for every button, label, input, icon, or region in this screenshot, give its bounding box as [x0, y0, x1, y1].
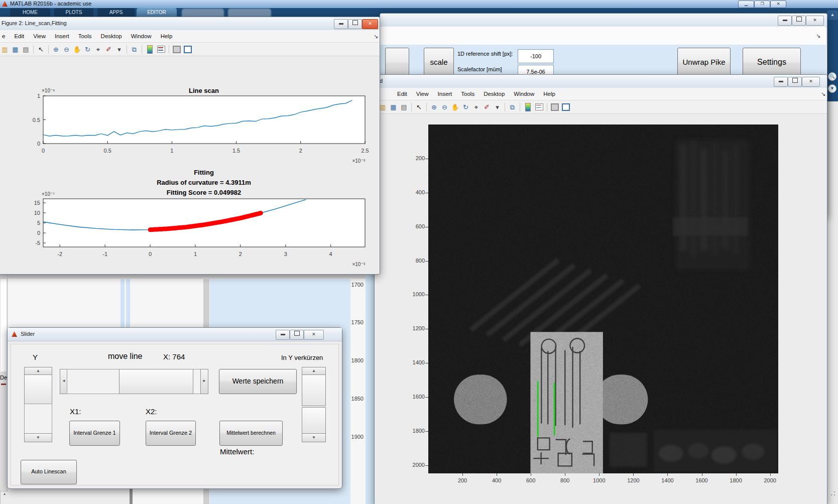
menu-item-desktop[interactable]: Desktop [479, 91, 509, 97]
menu-item-insert[interactable]: Insert [433, 91, 457, 97]
auto-linescan-button[interactable]: Auto Linescan [21, 460, 77, 484]
pointer-icon[interactable]: ↖ [414, 102, 424, 112]
link-plots-icon[interactable]: ⧉ [130, 45, 139, 54]
y-slider-down-arrow[interactable]: ▼ [24, 433, 52, 442]
brush-icon[interactable]: ✐ [104, 45, 113, 54]
print-icon[interactable]: ▤ [399, 102, 409, 112]
zoom-in-icon[interactable]: ⊕ [429, 102, 439, 112]
settings-button[interactable]: Settings [743, 48, 801, 78]
link-plots-icon[interactable]: ⧉ [508, 102, 517, 112]
menu-item-desktop[interactable]: Desktop [96, 33, 127, 39]
ribbon-tab-editor[interactable]: EDITOR [137, 8, 177, 17]
ribbon-tab-apps[interactable]: APPS [97, 8, 135, 17]
shorten-slider-bottom-thumb[interactable] [302, 407, 326, 434]
y-slider-thumb[interactable] [24, 374, 52, 405]
restore-button[interactable] [348, 19, 362, 29]
save-icon[interactable]: ▦ [389, 102, 398, 112]
legend-icon[interactable] [157, 46, 165, 53]
shorten-slider-top-thumb[interactable] [302, 374, 326, 406]
interval-limit2-button[interactable]: Interval Grenze 2 [146, 421, 196, 446]
undock-figure-icon[interactable] [562, 103, 570, 111]
menu-item-tools[interactable]: Tools [456, 91, 479, 97]
pointer-icon[interactable]: ↖ [36, 45, 46, 54]
menu-item-window[interactable]: Window [127, 33, 156, 39]
search-icon[interactable]: 🔍 [828, 72, 836, 81]
scale-button[interactable]: scale [424, 48, 454, 78]
move-line-right-arrow[interactable]: ► [200, 369, 208, 394]
control-gui-titlebar[interactable]: ✕ [380, 14, 827, 27]
save-icon[interactable]: ▦ [11, 45, 20, 54]
menu-item-tools[interactable]: Tools [74, 33, 96, 39]
menu-item-view[interactable]: View [412, 91, 433, 97]
interval-limit1-button[interactable]: Interval Grenze 1 [69, 421, 120, 446]
rotate-icon[interactable]: ↻ [461, 102, 470, 112]
calc-mean-button[interactable]: Mittelwert berechnen [219, 421, 283, 446]
image-figure-titlebar[interactable]: d ✕ [375, 75, 827, 88]
ribbon-tab-home[interactable]: HOME [10, 8, 50, 17]
brush-icon[interactable]: ✐ [482, 102, 492, 112]
interferogram-image[interactable] [428, 124, 778, 473]
save-values-button[interactable]: Werte speichern [219, 369, 297, 394]
pan-icon[interactable]: ✋ [450, 102, 460, 112]
print-icon[interactable]: ▤ [21, 45, 31, 54]
minimize-button[interactable]: ▁ [738, 1, 754, 8]
legend-icon[interactable] [535, 103, 543, 110]
collapse-ribbon-icon[interactable]: ▲ [827, 11, 837, 20]
zoom-out-icon[interactable]: ⊖ [440, 102, 449, 112]
restore-button[interactable]: ❐ [754, 1, 770, 8]
ribbon-tab-plots[interactable]: PLOTS [54, 8, 93, 17]
close-button[interactable]: ✕ [770, 1, 786, 8]
slider-titlebar[interactable]: Slider ✕ [8, 328, 342, 341]
move-line-thumb[interactable] [119, 369, 193, 394]
ref-shift-input[interactable] [518, 49, 554, 63]
dock-arrow-icon[interactable]: ↘ [816, 33, 820, 39]
restore-button[interactable] [792, 16, 806, 26]
zoom-in-icon[interactable]: ⊕ [51, 45, 61, 54]
dock-figure-icon[interactable] [173, 46, 181, 53]
menu-item-insert[interactable]: Insert [50, 33, 74, 39]
minimize-button[interactable] [334, 19, 348, 29]
dock-arrow-icon[interactable]: ↘ [369, 33, 383, 40]
colorbar-icon[interactable] [525, 103, 531, 111]
minimize-button[interactable] [774, 77, 788, 87]
close-button[interactable]: ✕ [802, 77, 820, 87]
svg-text:×10⁻⁷: ×10⁻⁷ [42, 191, 55, 197]
x1-label: X1: [70, 407, 81, 416]
restore-button[interactable] [788, 77, 802, 87]
menu-item-e[interactable]: e [0, 33, 10, 39]
menu-item-help[interactable]: Help [156, 33, 177, 39]
menu-item-window[interactable]: Window [509, 91, 539, 97]
undock-figure-icon[interactable] [184, 46, 192, 53]
zoom-out-icon[interactable]: ⊖ [62, 45, 71, 54]
figure2-titlebar[interactable]: Figure 2: Line_scan,Fitting ✕ [0, 17, 380, 31]
dropdown-caret-icon[interactable]: ▾ [114, 45, 124, 54]
rotate-icon[interactable]: ↻ [83, 45, 92, 54]
svg-text:1: 1 [194, 251, 197, 257]
data-cursor-icon[interactable]: ⌖ [471, 102, 481, 112]
restore-button[interactable] [290, 330, 304, 340]
close-button[interactable]: ✕ [362, 19, 378, 29]
data-cursor-icon[interactable]: ⌖ [93, 45, 103, 54]
shorten-slider-down-arrow[interactable]: ▼ [302, 433, 326, 442]
minimize-button[interactable] [778, 16, 792, 26]
left-panel-fragment [1, 279, 7, 371]
menu-item-edit[interactable]: Edit [393, 91, 412, 97]
clipped-button[interactable] [385, 48, 409, 78]
resize-grip[interactable] [828, 489, 836, 497]
new-file-icon[interactable]: ▥ [0, 45, 10, 54]
image-figure-toolbar: ▥▦▤↖⊕⊖✋↻⌖✐▾⧉ [375, 100, 827, 114]
menu-item-edit[interactable]: Edit [10, 33, 29, 39]
close-button[interactable]: ✕ [304, 330, 324, 340]
y-slider-track[interactable] [24, 404, 52, 434]
menu-item-view[interactable]: View [29, 33, 50, 39]
colorbar-icon[interactable] [147, 45, 153, 54]
dock-figure-icon[interactable] [551, 103, 559, 111]
close-button[interactable]: ✕ [806, 16, 824, 26]
minimize-button[interactable] [276, 330, 290, 340]
pan-icon[interactable]: ✋ [72, 45, 82, 54]
unwrap-pike-button[interactable]: Unwrap Pike [677, 48, 731, 78]
svg-text:Line scan: Line scan [189, 87, 219, 94]
dropdown-caret-icon[interactable]: ▾ [493, 102, 502, 112]
dock-arrow-icon[interactable]: ↘ [816, 91, 830, 97]
menu-item-help[interactable]: Help [539, 91, 560, 97]
